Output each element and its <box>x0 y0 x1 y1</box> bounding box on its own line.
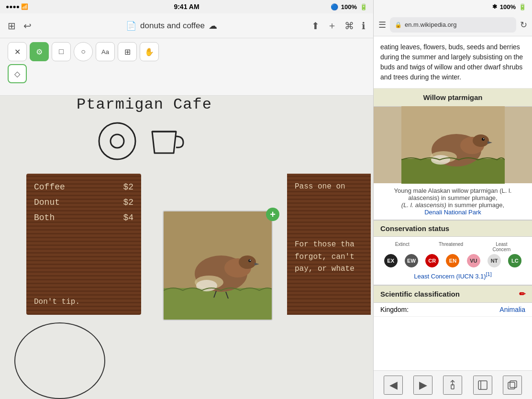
grid-tool-button[interactable]: ⊞ <box>118 42 137 61</box>
url-bar: ☰ 🔒 en.m.wikipedia.org ↻ <box>374 13 532 36</box>
kingdom-value[interactable]: Animalia <box>499 306 525 313</box>
conservation-block: Extinct Threatened LeastConcern EX EW CR… <box>374 237 532 285</box>
gear-tool-button[interactable]: ⚙ <box>30 42 49 61</box>
species-title: Willow ptarmigan <box>374 89 532 107</box>
svg-point-21 <box>482 138 485 141</box>
app-status-bar: ●●●● 📶 9:41 AM 🔵 100% 🔋 <box>0 0 373 13</box>
wiki-body-text: eating leaves, flowers, buds, seeds and … <box>374 36 532 89</box>
sidebar-icon[interactable]: ⊞ <box>8 20 16 32</box>
scale-labels: Extinct Threatened LeastConcern <box>380 242 525 252</box>
info-icon[interactable]: ℹ <box>362 20 366 32</box>
reload-icon[interactable]: ↻ <box>520 20 527 30</box>
coffee-cup-icon <box>143 120 186 163</box>
menu-card-left: Coffee $2 Donut $2 Both $4 Don't tip. <box>26 174 141 315</box>
bird-photo <box>163 211 273 321</box>
badge-lc: LC <box>508 254 521 267</box>
cafe-logo <box>96 120 186 163</box>
wiki-status-bar: ✱ 100% 🔋 <box>374 0 532 13</box>
doc-icon: 📄 <box>126 21 136 31</box>
oval-tool-button[interactable]: ○ <box>74 42 93 61</box>
menu-icon[interactable]: ☰ <box>378 20 386 30</box>
tool-toolbar: ✕ ⚙ □ ○ Aa ⊞ ✋ ◇ <box>0 38 373 96</box>
wikipedia-panel: ✱ 100% 🔋 ☰ 🔒 en.m.wikipedia.org ↻ eating… <box>373 0 532 399</box>
cloud-icon: ☁ <box>209 21 217 31</box>
menu-card-right: Pass one on For those tha forgot, can't … <box>287 174 371 315</box>
iucn-status-text: Least Concern (IUCN 3.1)[1] <box>380 271 525 280</box>
svg-rect-4 <box>164 288 273 321</box>
menu-item-coffee: Coffee $2 <box>34 182 133 192</box>
kingdom-row: Kingdom: Animalia <box>374 303 532 317</box>
cross-tool-button[interactable]: ✕ <box>8 42 27 61</box>
text-tool-button[interactable]: Aa <box>96 42 115 61</box>
signal-indicator: ●●●● 📶 <box>6 3 28 10</box>
iucn-scale: Extinct Threatened LeastConcern EX EW CR… <box>380 242 525 267</box>
cafe-title: Ptarmigan Cafe <box>77 96 212 113</box>
menu-item-donut: Donut $2 <box>34 198 133 207</box>
wiki-bird-image <box>374 107 532 183</box>
iucn-link[interactable]: Least Concern (IUCN 3.1)[1] <box>414 273 491 280</box>
badge-ew: EW <box>405 254 418 267</box>
undo-icon[interactable]: ↩ <box>23 20 32 32</box>
bluetooth-icon: 🔵 <box>331 3 338 11</box>
denali-link[interactable]: Denali National Park <box>424 209 481 216</box>
sci-classification-title: Scientific classification ✏ <box>374 285 532 303</box>
share-button[interactable] <box>443 376 462 395</box>
rect-tool-button[interactable]: □ <box>52 42 71 61</box>
battery-area: 🔵 100% 🔋 <box>331 3 367 11</box>
wiki-content-area[interactable]: eating leaves, flowers, buds, seeds and … <box>374 36 532 370</box>
time-display: 9:41 AM <box>174 3 199 11</box>
svg-point-8 <box>239 255 256 269</box>
circle-drawing <box>14 322 105 399</box>
edit-icon[interactable]: ✏ <box>519 289 525 299</box>
battery-icon: 🔋 <box>360 3 367 11</box>
menu-item-both: Both $4 <box>34 213 133 222</box>
tabs-button[interactable] <box>503 376 522 395</box>
badge-cr: CR <box>425 254 439 267</box>
hand-tool-button[interactable]: ✋ <box>140 42 159 61</box>
battery-text: 100% <box>341 3 357 11</box>
toolbar-row-1: ✕ ⚙ □ ○ Aa ⊞ ✋ <box>8 42 366 61</box>
bookmarks-button[interactable] <box>473 376 492 395</box>
right-card-line1: Pass one on <box>295 182 363 191</box>
conservation-title: Conservation status <box>374 220 532 237</box>
menu-footer: Don't tip. <box>34 298 80 306</box>
back-button[interactable]: ◀ <box>384 376 403 395</box>
wiki-bluetooth-icon: ✱ <box>492 3 497 10</box>
scale-badges: EX EW CR EN VU NT LC <box>380 254 525 267</box>
app-title-area: 📄 donuts and coffee ☁ <box>126 21 217 31</box>
donut-icon <box>96 120 139 163</box>
toolbar-row-2: ◇ <box>8 64 366 83</box>
wiki-nav-bar: ◀ ▶ <box>374 370 532 399</box>
badge-ex: EX <box>384 254 398 267</box>
app-topbar: ⊞ ↩ 📄 donuts and coffee ☁ ⬆ ＋ ⌘ ℹ <box>0 13 373 38</box>
badge-vu: VU <box>467 254 480 267</box>
terminal-icon[interactable]: ⌘ <box>344 20 354 32</box>
add-image-button[interactable]: + <box>266 208 279 221</box>
app-title: donuts and coffee <box>140 21 205 31</box>
wiki-bird-caption: Young male Alaskan willow ptarmigan (L. … <box>374 183 532 220</box>
forward-button[interactable]: ▶ <box>413 376 432 395</box>
svg-point-22 <box>483 138 484 139</box>
url-text: en.m.wikipedia.org <box>405 21 456 28</box>
svg-rect-28 <box>508 382 515 389</box>
svg-point-1 <box>111 134 124 148</box>
upload-icon[interactable]: ⬆ <box>311 20 320 32</box>
right-toolbar-icons: ⬆ ＋ ⌘ ℹ <box>311 19 366 32</box>
lock-icon: 🔒 <box>395 22 402 28</box>
url-field[interactable]: 🔒 en.m.wikipedia.org <box>390 17 516 33</box>
kingdom-label: Kingdom: <box>380 306 409 313</box>
badge-nt: NT <box>488 254 501 267</box>
svg-point-0 <box>99 123 135 159</box>
wiki-battery-icon: 🔋 <box>519 3 526 11</box>
badge-en: EN <box>446 254 459 267</box>
svg-point-10 <box>250 260 251 261</box>
right-card-body: For those tha forgot, can't pay, or what… <box>295 239 363 276</box>
svg-point-9 <box>248 259 251 262</box>
left-toolbar-icons: ⊞ ↩ <box>8 20 32 32</box>
wiki-battery-text: 100% <box>500 3 516 11</box>
svg-point-20 <box>473 134 489 147</box>
svg-rect-26 <box>478 381 487 389</box>
plus-icon[interactable]: ＋ <box>327 19 337 32</box>
svg-rect-29 <box>510 381 517 388</box>
diamond-tool-button[interactable]: ◇ <box>8 64 27 83</box>
